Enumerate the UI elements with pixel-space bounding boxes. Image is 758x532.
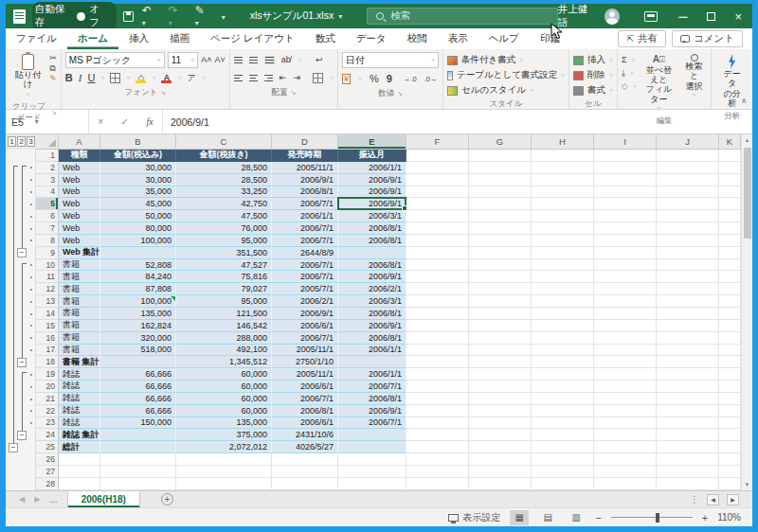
cell[interactable]: 100,000 (100, 235, 176, 247)
cell[interactable] (338, 356, 406, 368)
cell[interactable] (469, 478, 532, 490)
cell[interactable]: 162,824 (100, 320, 176, 332)
cell[interactable] (594, 478, 657, 490)
row-header-4[interactable]: 4 (36, 186, 59, 199)
row-header-27[interactable]: 27 (36, 466, 59, 478)
cell[interactable] (594, 345, 657, 357)
cell[interactable]: 4026/5/27 (272, 441, 338, 453)
cell[interactable] (100, 356, 176, 368)
dialog-launcher-icon[interactable]: ↘ (290, 89, 296, 97)
cell[interactable] (657, 356, 719, 368)
cell[interactable]: 2006/6/1 (272, 320, 338, 332)
underline-button[interactable]: U (87, 73, 95, 83)
cell[interactable] (532, 466, 594, 478)
align-left-icon[interactable] (234, 75, 243, 81)
cell[interactable] (719, 210, 741, 222)
column-header-I[interactable]: I (594, 134, 657, 150)
cell[interactable] (719, 356, 741, 368)
cell[interactable]: 375,000 (176, 429, 272, 441)
cell[interactable]: 金額(税込み) (100, 150, 176, 162)
cell[interactable]: 書籍 (59, 308, 100, 320)
cell[interactable] (719, 429, 741, 441)
column-header-F[interactable]: F (406, 134, 469, 150)
dialog-launcher-icon[interactable]: ↘ (160, 89, 166, 97)
cell[interactable] (272, 466, 338, 478)
cell[interactable] (338, 466, 406, 478)
cell[interactable]: 150,000 (100, 417, 176, 430)
cell[interactable] (719, 283, 741, 295)
cell[interactable] (406, 150, 469, 162)
comma-style-button[interactable]: 9 (387, 74, 392, 84)
cell[interactable] (594, 417, 657, 430)
avatar[interactable] (605, 9, 621, 25)
cell[interactable]: 492,100 (176, 345, 272, 357)
cell[interactable]: 2006/9/1 (338, 198, 406, 210)
cell[interactable] (406, 259, 469, 272)
cell[interactable] (176, 466, 272, 478)
column-header-G[interactable]: G (469, 134, 532, 150)
enter-entry-button[interactable]: ✓ (121, 116, 129, 127)
cell[interactable] (532, 405, 594, 417)
cell[interactable] (176, 453, 272, 466)
cell[interactable] (469, 466, 532, 478)
cell[interactable]: 金額(税抜き) (176, 150, 272, 162)
cell[interactable]: 2006/1/1 (272, 210, 338, 222)
scroll-up-icon[interactable]: ▲ (745, 134, 750, 146)
cell[interactable] (469, 247, 532, 259)
grow-font-button[interactable]: A˄ (201, 56, 211, 64)
cell[interactable]: 2644/8/9 (272, 247, 338, 259)
row-header-16[interactable]: 16 (36, 332, 59, 345)
cell[interactable] (719, 222, 741, 235)
cell[interactable] (406, 271, 469, 283)
cell[interactable]: 35,000 (100, 186, 176, 199)
align-bottom-icon[interactable] (264, 56, 275, 64)
cell[interactable]: 2005/11/1 (272, 345, 338, 357)
cell[interactable]: 雑誌 (59, 417, 100, 430)
row-header-20[interactable]: 20 (36, 381, 59, 393)
cell[interactable] (657, 271, 719, 283)
cell[interactable]: 2006/9/1 (272, 174, 338, 186)
row-header-10[interactable]: 10 (36, 259, 59, 272)
cell[interactable]: 30,000 (100, 162, 176, 174)
search-input[interactable]: 検索 (367, 8, 558, 25)
row-header-1[interactable]: 1 (36, 150, 59, 162)
cell[interactable] (406, 198, 469, 210)
cell[interactable]: 2006/9/1 (338, 174, 406, 186)
cell[interactable]: 87,808 (100, 283, 176, 295)
cell[interactable] (657, 453, 719, 466)
cell[interactable]: 2006/1/1 (338, 345, 406, 357)
row-header-6[interactable]: 6 (36, 210, 59, 222)
close-button[interactable]: × (725, 4, 752, 28)
cell[interactable]: 2006/7/1 (272, 198, 338, 210)
cell[interactable]: 2006/1/1 (338, 162, 406, 174)
row-header-12[interactable]: 12 (36, 283, 59, 295)
cell[interactable] (406, 441, 469, 453)
cell[interactable] (532, 210, 594, 222)
row-header-3[interactable]: 3 (36, 174, 59, 186)
cut-button[interactable]: ✂ (49, 54, 57, 62)
cell[interactable]: 2006/9/1 (338, 271, 406, 283)
font-color-button[interactable]: A (161, 74, 171, 83)
cell[interactable] (719, 320, 741, 332)
ribbon-tab-ホーム[interactable]: ホーム (67, 28, 118, 49)
cell[interactable] (594, 150, 657, 162)
cell[interactable] (657, 210, 719, 222)
format-painter-button[interactable]: ✎ (49, 75, 57, 83)
zoom-slider-handle[interactable] (656, 513, 659, 523)
cell[interactable]: 75,816 (176, 271, 272, 283)
fill-button[interactable]: ⤓ (622, 69, 625, 78)
cell[interactable] (100, 441, 176, 453)
vertical-scroll-thumb[interactable] (744, 148, 751, 239)
cell[interactable] (657, 405, 719, 417)
cell[interactable]: 30,000 (100, 174, 176, 186)
cell[interactable] (406, 235, 469, 247)
cell[interactable]: 書籍 集計 (59, 356, 100, 368)
cell[interactable] (338, 441, 406, 453)
cell[interactable] (594, 259, 657, 272)
cell[interactable]: 2,072,012 (176, 441, 272, 453)
ribbon-tab-データ[interactable]: データ (346, 28, 397, 49)
cell[interactable]: 42,750 (176, 198, 272, 210)
cell[interactable] (719, 381, 741, 393)
comments-button[interactable]: コメント (672, 30, 743, 47)
paste-button[interactable]: 貼り付け▾ (9, 52, 46, 100)
